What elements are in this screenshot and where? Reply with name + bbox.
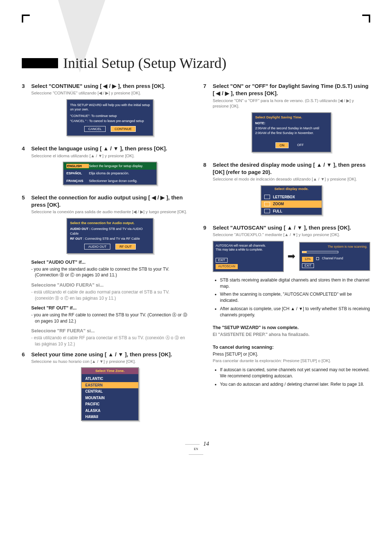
continue-button[interactable]: CONTINUE: [111, 126, 136, 132]
wizard-complete-es: El "ASISTENTE DE PREP." ahora ha finaliz…: [213, 332, 370, 337]
tv-icon: [264, 195, 270, 199]
autoscan-row: AUTOSCAN will rescan all channels. This …: [213, 241, 370, 272]
tv-icon: [264, 209, 270, 213]
step-subtext: Seleccione "ON" u "OFF" para la hora de …: [213, 98, 370, 109]
cancel-heading: To cancel during scanning:: [213, 344, 370, 351]
tz-pacific[interactable]: PACIFIC: [82, 401, 138, 408]
step-subtext: Seleccione el modo de indicación deseado…: [213, 177, 370, 182]
wizard-complete: The "SETUP WIZARD" is now complete.: [213, 325, 370, 331]
lang-french[interactable]: FRANÇAISSélectionner langue écran config…: [64, 177, 156, 185]
dialog-continue-line: "CONTINUE": To continue setup: [70, 114, 150, 118]
rf-out-heading-es: Seleccione "RF FUERA" si...: [31, 328, 189, 334]
dst-on-button[interactable]: ON: [275, 142, 289, 148]
channel-found-icon: [316, 257, 319, 260]
step-subtext: Seleccione "AUTOEXPLO." mediante [▲ / ▼]…: [213, 232, 370, 238]
rf-out-button[interactable]: RF OUT: [115, 244, 136, 250]
language-dialog: ENGLISHSelect the language for setup dis…: [63, 162, 157, 185]
step-subtext: Seleccione el idioma utilizando [▲ / ▼] …: [31, 153, 189, 159]
step-subtext: Seleccione la conexión para salida de au…: [31, 209, 189, 215]
cancel-es: Para cancelar durante la exploración: Pr…: [213, 358, 370, 364]
step-heading: Select "AUTOSCAN" using [ ▲ / ▼ ], then …: [213, 224, 370, 231]
step-heading: Select the language using [ ▲ / ▼ ], the…: [31, 145, 189, 152]
exit-button[interactable]: EXIT: [216, 258, 228, 263]
progress-bar: [302, 251, 338, 253]
step-9: 9 Select "AUTOSCAN" using [ ▲ / ▼ ], the…: [203, 224, 370, 392]
title-bar: [22, 58, 58, 68]
dst-dialog: Select Daylight Saving Time. NOTE: 2:00A…: [252, 112, 331, 153]
audio-out-heading: Select "AUDIO OUT" if...: [31, 259, 189, 266]
dialog-title: Select Daylight Saving Time.: [255, 115, 328, 120]
tv-icon: [264, 202, 270, 206]
display-letterbox[interactable]: LETTERBOX: [261, 194, 322, 201]
dst-note-text: 2:00AM of the second Sunday in March unt…: [255, 126, 328, 135]
tz-eastern[interactable]: EASTERN: [82, 382, 138, 389]
step-heading: Select "ON" or "OFF" for Daylight Saving…: [213, 82, 370, 97]
tz-hawaii[interactable]: HAWAII: [82, 414, 138, 420]
arrow-right-icon: ➡: [287, 250, 295, 263]
step-number: 8: [203, 161, 213, 220]
dialog-title: This SETUP WIZARD will help you with the…: [70, 103, 150, 112]
corner-top-right: [362, 15, 370, 23]
step-heading: Select the connection for audio output u…: [31, 194, 189, 209]
progress-percent: 12%: [302, 257, 313, 262]
column-left: 3 Select "CONTINUE" using [ ◀ / ▶ ], the…: [22, 82, 189, 430]
display-full[interactable]: FULL: [261, 208, 322, 215]
audio-output-dialog: Select the connection for Audio output. …: [66, 218, 154, 254]
dialog-title: Select the connection for Audio output.: [70, 221, 150, 226]
autoscan-line2: This may take a while to complete.: [216, 248, 281, 252]
tz-alaska[interactable]: ALASKA: [82, 408, 138, 414]
dst-off-button[interactable]: OFF: [294, 142, 307, 148]
bullet: You can do autoscan and adding / deletin…: [220, 381, 370, 388]
dst-note-label: NOTE:: [255, 121, 265, 125]
step-subtext: Seleccione su huso horario con [▲ / ▼] y…: [31, 359, 189, 365]
step-6: 6 Select your time zone using [ ▲ / ▼ ],…: [22, 351, 189, 426]
display-zoom[interactable]: ZOOM: [261, 200, 322, 208]
audio-out-note-es: - está utilizando el cable de audio norm…: [35, 289, 189, 301]
page-number: 14 EN: [22, 441, 370, 457]
autoscan-button[interactable]: AUTOSCAN: [216, 264, 238, 269]
columns: 3 Select "CONTINUE" using [ ◀ / ▶ ], the…: [22, 82, 370, 430]
step-heading: Select your time zone using [ ▲ / ▼ ], t…: [31, 351, 189, 358]
rf-out-note-es: - está utilizando el cable RF para conec…: [35, 335, 189, 347]
step-heading: Select "CONTINUE" using [ ◀ / ▶ ], then …: [31, 82, 189, 90]
autoscan-progress-dialog: The system is now scanning. 12% Channel …: [299, 242, 370, 271]
step-number: 5: [22, 194, 31, 347]
dialog-title: Select display mode.: [261, 186, 322, 192]
tz-central[interactable]: CENTRAL: [82, 388, 138, 395]
bullet: After autoscan is complete, use [CH ▲ / …: [220, 306, 370, 318]
rf-out-note: - you are using the RF cable to connect …: [35, 312, 189, 324]
cancel-notes: If autoscan is canceled, some channels n…: [215, 367, 370, 387]
autoscan-notes: STB starts receiving available digital c…: [215, 277, 370, 318]
setup-wizard-dialog: This SETUP WIZARD will help you with the…: [66, 99, 154, 137]
tz-atlantic[interactable]: ATLANTIC: [82, 376, 138, 382]
step-4: 4 Select the language using [ ▲ / ▼ ], t…: [22, 145, 189, 190]
exit-button[interactable]: EXIT: [302, 263, 314, 268]
audio-out-note: - you are using the standard audio cable…: [35, 266, 189, 279]
step-3: 3 Select "CONTINUE" using [ ◀ / ▶ ], the…: [22, 82, 189, 141]
page: Initial Setup (Setup Wizard) 3 Select "C…: [0, 0, 392, 465]
audio-out-button[interactable]: AUDIO OUT: [84, 244, 110, 250]
step-number: 3: [22, 82, 31, 141]
lang-english[interactable]: ENGLISHSelect the language for setup dis…: [64, 162, 156, 170]
step-subtext: Seleccione "CONTINÚE" utilizando [◀ / ▶]…: [31, 90, 189, 96]
channel-found-label: Channel Found: [322, 256, 343, 260]
display-mode-dialog: Select display mode. LETTERBOX ZOOM FULL: [261, 185, 322, 215]
step-8: 8 Select the desired display mode using …: [203, 161, 370, 220]
audio-out-row: AUDIO OUT : Connecting STB and TV via AU…: [70, 227, 150, 235]
cancel-button[interactable]: CANCEL: [84, 126, 106, 132]
step-7: 7 Select "ON" or "OFF" for Daylight Savi…: [203, 82, 370, 158]
step-number: 9: [203, 224, 213, 392]
lang-spanish[interactable]: ESPAÑOLElija idioma de preparación.: [64, 170, 156, 177]
step-number: 7: [203, 82, 213, 158]
bullet: STB starts receiving available digital c…: [220, 277, 370, 289]
column-right: 7 Select "ON" or "OFF" for Daylight Savi…: [203, 82, 370, 430]
step-5: 5 Select the connection for audio output…: [22, 194, 189, 347]
audio-out-heading-es: Seleccione "AUDIO FUERA" si...: [31, 282, 189, 288]
corner-top-left: [22, 15, 30, 23]
rf-out-row: RF OUT : Connecting STB and TV via RF Ca…: [70, 236, 150, 241]
dialog-cancel-line: "CANCEL " : To cancel to leave pre-arran…: [70, 119, 150, 123]
step-heading: Select the desired display mode using [ …: [213, 161, 370, 176]
rf-out-heading: Select "RF OUT" if...: [31, 305, 189, 311]
tz-mountain[interactable]: MOUNTAIN: [82, 395, 138, 401]
dialog-title: Select Time Zone.: [82, 368, 138, 374]
